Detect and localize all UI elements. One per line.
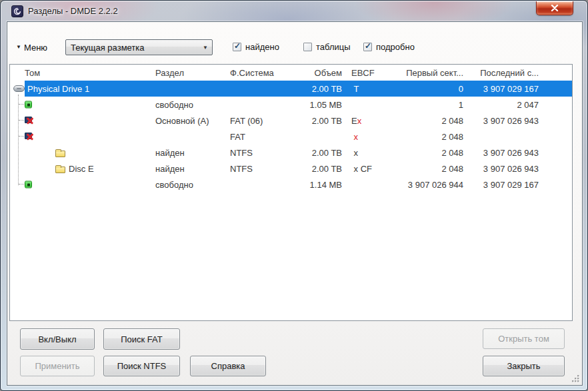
title-bar[interactable]: Разделы - DMDE 2.2.2 — [1, 1, 587, 21]
toggle-button[interactable]: Вкл/Выкл — [20, 328, 95, 350]
cell-filesystem: FAT — [230, 132, 303, 142]
table-row[interactable]: свободно 1.05 MB 1 2 047 — [10, 97, 572, 113]
column-header-last-sector[interactable]: Последний с... — [463, 68, 539, 78]
table-row[interactable]: Physical Drive 1 2.00 TB T 0 3 907 029 1… — [10, 81, 572, 97]
dialog-client-area: ▼ Меню Текущая разметка ▼ найдено таблиц… — [7, 21, 583, 386]
column-header-volume[interactable]: Том — [10, 68, 155, 78]
cell-filesystem: FAT (06) — [230, 116, 303, 126]
checkbox-found-label: найдено — [245, 42, 279, 52]
cell-ebcf: x — [347, 132, 397, 142]
column-header-size[interactable]: Объем — [303, 68, 342, 78]
deleted-partition-icon — [25, 132, 35, 141]
column-header-first-sector[interactable]: Первый сект... — [397, 68, 463, 78]
cell-size: 2.00 TB — [303, 116, 342, 126]
cell-last-sector: 3 907 026 943 — [463, 148, 539, 158]
cell-first-sector: 0 — [397, 84, 463, 94]
dmde-partitions-window: Разделы - DMDE 2.2.2 ▼ Меню Текущая разм… — [0, 0, 588, 391]
cell-partition: Основной (A) — [155, 116, 230, 126]
menu-button-label: Меню — [24, 43, 47, 53]
column-header-partition[interactable]: Раздел — [155, 68, 230, 78]
cell-partition: свободно — [155, 180, 230, 190]
close-button[interactable] — [536, 1, 573, 15]
table-row[interactable]: свободно 1.14 MB 3 907 026 944 3 907 029… — [10, 177, 572, 193]
cell-last-sector: 3 907 029 167 — [463, 84, 539, 94]
cell-first-sector: 3 907 026 944 — [397, 180, 463, 190]
free-space-icon — [25, 181, 32, 189]
resize-grip-icon[interactable] — [571, 374, 580, 383]
cell-volume: Physical Drive 1 — [10, 81, 155, 97]
cell-size: 2.00 TB — [303, 164, 342, 174]
ebcf-flag: T — [351, 84, 359, 94]
cell-volume — [10, 129, 155, 145]
cell-last-sector: 3 907 029 167 — [463, 180, 539, 190]
deleted-partition-icon — [25, 116, 35, 125]
checkbox-tables-box[interactable] — [303, 43, 312, 51]
cell-volume: Disc E — [10, 161, 155, 177]
table-body: Physical Drive 1 2.00 TB T 0 3 907 029 1… — [10, 81, 572, 193]
folder-icon — [55, 151, 65, 157]
checkbox-tables-label: таблицы — [316, 42, 351, 52]
column-header-ebcf[interactable]: EBCF — [347, 68, 397, 78]
volume-label: Disc E — [69, 164, 94, 174]
search-ntfs-button[interactable]: Поиск NTFS — [103, 356, 180, 376]
ebcf-flag: x — [357, 116, 362, 126]
table-row[interactable]: Disc E найден NTFS 2.00 TB x CF 2 048 3 … — [10, 161, 572, 177]
cell-ebcf: x CF — [347, 164, 397, 174]
ebcf-flag: x CF — [351, 164, 372, 174]
cell-volume — [10, 145, 155, 161]
cell-size: 2.00 TB — [303, 148, 342, 158]
cell-ebcf: x — [347, 148, 397, 158]
cell-last-sector: 2 047 — [463, 100, 539, 110]
close-icon — [551, 5, 559, 11]
table-row[interactable]: найден NTFS 2.00 TB x 2 048 3 907 026 94… — [10, 145, 572, 161]
cell-first-sector: 2 048 — [397, 148, 463, 158]
list-header: Том Раздел Ф.Система Объем EBCF Первый с… — [10, 65, 572, 81]
app-logo-icon — [11, 5, 23, 17]
help-button[interactable]: Справка — [190, 356, 266, 376]
ebcf-flag: x — [351, 148, 358, 158]
drive-icon — [13, 85, 25, 92]
search-fat-button[interactable]: Поиск FAT — [103, 328, 180, 350]
free-space-icon — [25, 101, 32, 109]
cell-partition: найден — [155, 164, 230, 174]
layout-select[interactable]: Текущая разметка ▼ — [65, 39, 213, 55]
checkbox-detailed-box[interactable] — [363, 43, 372, 51]
folder-icon — [55, 167, 65, 173]
table-row[interactable]: FAT x 2 048 — [10, 129, 572, 145]
layout-select-value: Текущая разметка — [71, 43, 145, 53]
close-dialog-button[interactable]: Закрыть — [483, 356, 565, 376]
ebcf-flag: x — [351, 132, 358, 142]
cell-last-sector: 3 907 026 943 — [463, 116, 539, 126]
cell-first-sector: 2 048 — [397, 116, 463, 126]
cell-ebcf: T — [347, 84, 397, 94]
checkbox-detailed[interactable]: подробно — [363, 42, 415, 52]
cell-last-sector: 3 907 026 943 — [463, 164, 539, 174]
cell-size: 1.14 MB — [303, 180, 342, 190]
column-header-filesystem[interactable]: Ф.Система — [230, 68, 303, 78]
cell-filesystem: NTFS — [230, 148, 303, 158]
checkbox-detailed-label: подробно — [376, 42, 415, 52]
dmde-swirl-icon — [13, 7, 22, 16]
cell-size: 2.00 TB — [303, 84, 342, 94]
cell-ebcf: Ex — [347, 116, 397, 126]
checkbox-tables[interactable]: таблицы — [303, 42, 351, 52]
cell-partition: свободно — [155, 100, 230, 110]
cell-first-sector: 2 048 — [397, 132, 463, 142]
cell-partition: найден — [155, 148, 230, 158]
menu-arrow-icon: ▼ — [16, 45, 21, 50]
table-row[interactable]: Основной (A) FAT (06) 2.00 TB Ex 2 048 3… — [10, 113, 572, 129]
cell-first-sector: 2 048 — [397, 164, 463, 174]
cell-size: 1.05 MB — [303, 100, 342, 110]
checkbox-found-box[interactable] — [233, 43, 241, 51]
checkbox-found[interactable]: найдено — [233, 42, 279, 52]
ebcf-flag: E — [351, 116, 357, 126]
cell-volume — [10, 97, 155, 113]
menu-button[interactable]: ▼ Меню — [16, 39, 47, 55]
open-volume-button: Открыть том — [483, 328, 565, 349]
volume-label: Physical Drive 1 — [27, 84, 89, 94]
window-title: Разделы - DMDE 2.2.2 — [28, 6, 118, 16]
apply-button: Применить — [20, 356, 95, 376]
partitions-list: Том Раздел Ф.Система Объем EBCF Первый с… — [9, 64, 573, 321]
cell-volume — [10, 113, 155, 129]
cell-volume — [10, 177, 155, 193]
